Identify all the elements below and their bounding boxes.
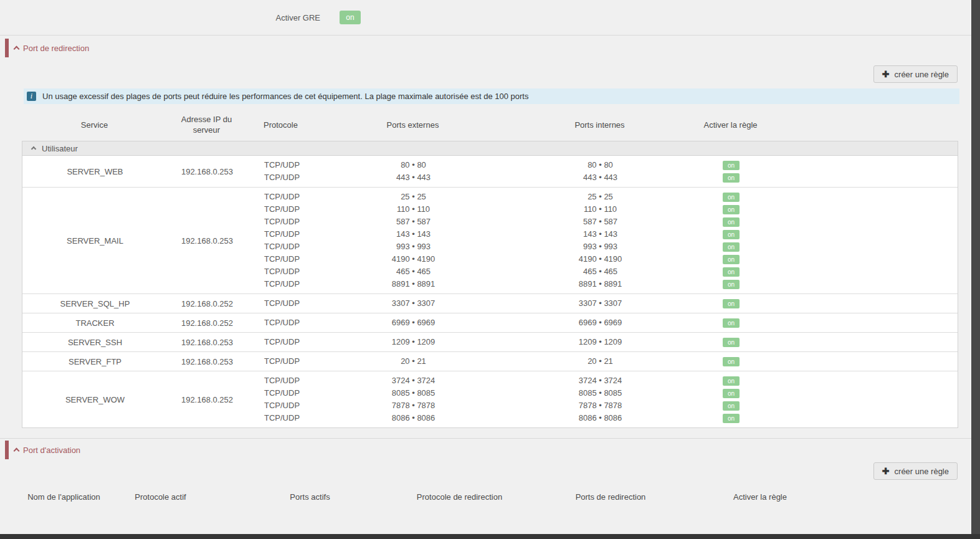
create-rule-button[interactable]: ✚ créer une règle xyxy=(873,65,958,83)
gre-label: Activer GRE xyxy=(0,13,320,22)
rule-toggle-list: on xyxy=(714,297,748,310)
rule-on-toggle[interactable]: on xyxy=(723,338,740,347)
server-ip: 192.168.0.253 xyxy=(168,357,247,366)
col-enable-rule-header: Activer la règle xyxy=(704,120,758,130)
table-row: SERVER_MAIL 192.168.0.253 TCP/UDPTCP/UDP… xyxy=(22,188,958,294)
col-enable-rule-header: Activer la règle xyxy=(716,492,804,502)
rule-on-toggle[interactable]: on xyxy=(723,280,740,289)
internal-ports-list: 80 • 80443 • 443 xyxy=(487,159,714,184)
external-ports-list: 20 • 21 xyxy=(340,355,487,368)
toolbar: ✚ créer une règle xyxy=(0,462,971,480)
rule-toggle-list: onononononononon xyxy=(714,191,748,290)
create-rule-button[interactable]: ✚ créer une règle xyxy=(873,462,958,480)
server-ip: 192.168.0.252 xyxy=(168,395,247,404)
rule-toggle-list: on xyxy=(714,317,748,329)
server-ip: 192.168.0.253 xyxy=(168,167,247,176)
port-activation-section-header[interactable]: Port d'activation xyxy=(0,440,971,460)
external-ports-list: 6969 • 6969 xyxy=(340,317,487,329)
service-name: SERVER_FTP xyxy=(22,357,168,366)
service-name: SERVER_MAIL xyxy=(22,236,168,246)
rule-on-toggle[interactable]: on xyxy=(723,242,740,252)
table-row: TRACKER 192.168.0.252 TCP/UDP 6969 • 696… xyxy=(22,313,958,333)
gre-toggle[interactable]: on xyxy=(340,11,361,24)
table-row: SERVER_FTP 192.168.0.253 TCP/UDP 20 • 21… xyxy=(22,352,958,371)
rule-on-toggle[interactable]: on xyxy=(723,255,740,264)
chevron-up-icon xyxy=(14,46,20,52)
service-name: SERVER_SQL_HP xyxy=(22,299,168,308)
rule-on-toggle[interactable]: on xyxy=(723,173,740,183)
table-row: SERVER_SSH 192.168.0.253 TCP/UDP 1209 • … xyxy=(22,333,958,352)
toolbar: ✚ créer une règle xyxy=(0,65,971,83)
external-ports-list: 80 • 80443 • 443 xyxy=(340,159,487,184)
port-activation-section: Port d'activation ✚ créer une règle Nom … xyxy=(0,438,971,512)
rule-on-toggle[interactable]: on xyxy=(723,267,740,277)
col-external-ports-header: Ports externes xyxy=(340,120,486,130)
external-ports-list: 3307 • 3307 xyxy=(340,297,487,310)
rule-on-toggle[interactable]: on xyxy=(723,401,740,411)
col-protocol-header: Protocole xyxy=(246,120,340,130)
protocol-list: TCP/UDPTCP/UDP xyxy=(247,159,340,184)
rule-on-toggle[interactable]: on xyxy=(723,414,740,423)
rule-on-toggle[interactable]: on xyxy=(723,193,740,202)
rule-on-toggle[interactable]: on xyxy=(723,299,740,308)
col-internal-ports-header: Ports internes xyxy=(486,120,713,130)
window-edge-right xyxy=(971,0,980,539)
plus-icon: ✚ xyxy=(882,70,890,79)
protocol-list: TCP/UDP xyxy=(247,355,340,368)
rule-toggle-list: onon xyxy=(714,159,748,184)
rule-on-toggle[interactable]: on xyxy=(723,161,740,170)
group-row-utilisateur[interactable]: Utilisateur xyxy=(22,141,958,156)
rule-toggle-list: on xyxy=(714,336,748,348)
server-ip: 192.168.0.253 xyxy=(168,338,247,347)
col-redirect-ports-header: Ports de redirection xyxy=(505,492,716,502)
service-name: TRACKER xyxy=(22,318,168,328)
service-name: SERVER_WEB xyxy=(22,167,168,176)
protocol-list: TCP/UDP xyxy=(247,297,340,310)
info-icon: i xyxy=(27,92,36,101)
info-message: Un usage excessif des plages de ports pe… xyxy=(42,92,528,101)
service-name: SERVER_WOW xyxy=(22,395,168,404)
redirection-table: Service Adresse IP du serveur Protocole … xyxy=(22,108,958,428)
server-ip: 192.168.0.252 xyxy=(168,318,247,328)
external-ports-list: 1209 • 1209 xyxy=(340,336,487,348)
rule-on-toggle[interactable]: on xyxy=(723,230,740,239)
external-ports-list: 3724 • 37248085 • 80857878 • 78788086 • … xyxy=(340,374,487,424)
port-redirection-section-header[interactable]: Port de redirection xyxy=(0,38,971,58)
settings-page: Activer GRE on Port de redirection ✚ cré… xyxy=(0,0,971,534)
chevron-up-icon xyxy=(31,146,36,151)
rule-on-toggle[interactable]: on xyxy=(723,205,740,214)
rule-on-toggle[interactable]: on xyxy=(723,217,740,227)
group-label: Utilisateur xyxy=(42,144,78,153)
redirection-table-body: Utilisateur SERVER_WEB 192.168.0.253 TCP… xyxy=(22,141,958,428)
activation-table-header: Nom de l'application Protocole actif Por… xyxy=(0,481,971,512)
protocol-list: TCP/UDP xyxy=(247,336,340,348)
internal-ports-list: 6969 • 6969 xyxy=(487,317,714,329)
protocol-list: TCP/UDPTCP/UDPTCP/UDPTCP/UDP xyxy=(247,374,340,424)
rule-on-toggle[interactable]: on xyxy=(723,389,740,398)
create-rule-button-label: créer une règle xyxy=(895,467,949,476)
create-rule-button-label: créer une règle xyxy=(895,70,949,79)
plus-icon: ✚ xyxy=(882,467,890,475)
protocol-list: TCP/UDPTCP/UDPTCP/UDPTCP/UDPTCP/UDPTCP/U… xyxy=(247,191,340,290)
col-ip-header: Adresse IP du serveur xyxy=(167,114,246,135)
redirection-table-header: Service Adresse IP du serveur Protocole … xyxy=(22,108,958,141)
server-ip: 192.168.0.252 xyxy=(168,299,247,308)
rule-on-toggle[interactable]: on xyxy=(723,318,740,328)
col-active-ports-header: Ports actifs xyxy=(206,492,414,502)
rule-on-toggle[interactable]: on xyxy=(723,376,740,386)
rule-on-toggle[interactable]: on xyxy=(723,357,740,366)
protocol-list: TCP/UDP xyxy=(247,317,340,329)
section-accent-bar xyxy=(5,441,9,459)
internal-ports-list: 3724 • 37248085 • 80857878 • 78788086 • … xyxy=(487,374,714,424)
rule-toggle-list: on xyxy=(714,355,748,368)
internal-ports-list: 3307 • 3307 xyxy=(487,297,714,310)
server-ip: 192.168.0.253 xyxy=(168,236,247,246)
internal-ports-list: 25 • 25110 • 110587 • 587143 • 143993 • … xyxy=(487,191,714,290)
service-name: SERVER_SSH xyxy=(22,338,168,347)
internal-ports-list: 20 • 21 xyxy=(487,355,714,368)
external-ports-list: 25 • 25110 • 110587 • 587143 • 143993 • … xyxy=(340,191,487,290)
col-service-header: Service xyxy=(22,120,167,130)
info-banner: i Un usage excessif des plages de ports … xyxy=(24,88,959,104)
col-app-name-header: Nom de l'application xyxy=(12,492,115,502)
col-redirect-protocol-header: Protocole de redirection xyxy=(414,492,505,502)
